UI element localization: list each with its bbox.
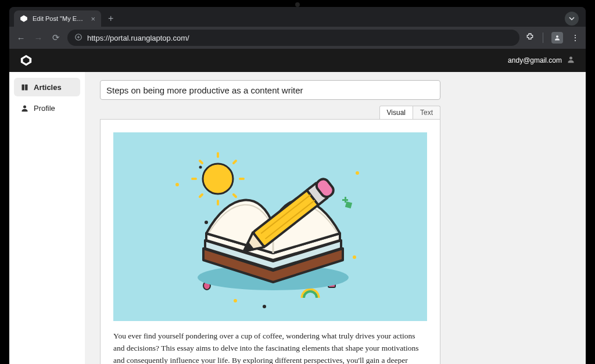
svg-rect-7 [25,84,27,90]
post-title-input[interactable] [100,80,440,100]
articles-icon [20,82,29,92]
browser-menu-button[interactable]: ⋮ [571,33,580,42]
book-pencil-sun-illustration [113,132,427,321]
editor-canvas[interactable]: You ever find yourself pondering over a … [100,119,440,364]
url-text: https://portal.ruanglaptop.com/ [87,34,189,42]
url-field[interactable]: https://portal.ruanglaptop.com/ [67,30,519,46]
favicon-icon [20,15,28,23]
tab-title: Edit Post "My Essay Title" ‹ P… [33,15,86,22]
svg-point-8 [23,105,26,108]
svg-point-11 [356,171,359,175]
divider [543,33,543,43]
sidebar-item-articles[interactable]: Articles [14,78,80,96]
tabs-menu-button[interactable] [565,12,579,26]
editor-mode-tabs: Visual Text [100,106,440,119]
profile-icon [20,103,29,113]
app-root: andy@gmail.com Articles [9,49,586,364]
svg-point-17 [234,299,237,302]
svg-point-9 [175,183,179,186]
svg-marker-0 [20,15,27,22]
svg-point-16 [353,255,356,259]
tab-text[interactable]: Text [413,106,440,119]
featured-image[interactable] [113,132,427,321]
browser-profile-button[interactable] [551,32,563,44]
address-bar: ← → ⟳ https://portal.ruanglaptop.com/ ⋮ [9,27,586,49]
svg-line-25 [234,161,236,163]
svg-point-18 [263,305,266,308]
svg-point-2 [556,35,558,38]
device-frame: Edit Post "My Essay Title" ‹ P… × + ← → … [0,0,595,364]
sidebar-item-label: Profile [34,104,55,113]
browser-tab[interactable]: Edit Post "My Essay Title" ‹ P… × [14,10,101,27]
camera-notch [295,2,300,7]
back-button[interactable]: ← [15,33,27,43]
sidebar-item-profile[interactable]: Profile [14,99,80,117]
extensions-icon[interactable] [525,33,535,44]
svg-line-28 [200,194,202,197]
tab-close-icon[interactable]: × [91,15,95,23]
site-info-icon[interactable] [74,33,83,43]
main-content: Visual Text [85,72,586,364]
svg-line-27 [234,194,236,197]
post-body-paragraph[interactable]: You ever find yourself pondering over a … [113,330,427,364]
user-avatar-icon [567,55,575,66]
svg-point-15 [205,221,208,224]
user-email: andy@gmail.com [508,56,562,64]
forward-button[interactable]: → [33,33,44,43]
svg-point-20 [203,164,233,194]
app-logo-icon[interactable] [20,54,33,67]
app-user-menu[interactable]: andy@gmail.com [508,55,575,66]
browser-window: Edit Post "My Essay Title" ‹ P… × + ← → … [9,7,586,364]
app-header: andy@gmail.com [9,49,586,72]
svg-point-5 [569,57,572,60]
tab-bar: Edit Post "My Essay Title" ‹ P… × + [9,7,586,27]
svg-rect-6 [21,84,24,90]
svg-rect-14 [345,197,346,203]
svg-point-10 [199,166,202,169]
svg-line-26 [200,161,202,163]
sidebar-item-label: Articles [34,83,62,92]
tab-visual[interactable]: Visual [379,106,413,119]
reload-button[interactable]: ⟳ [50,33,62,43]
sidebar: Articles Profile [9,72,85,364]
new-tab-button[interactable]: + [105,13,117,24]
